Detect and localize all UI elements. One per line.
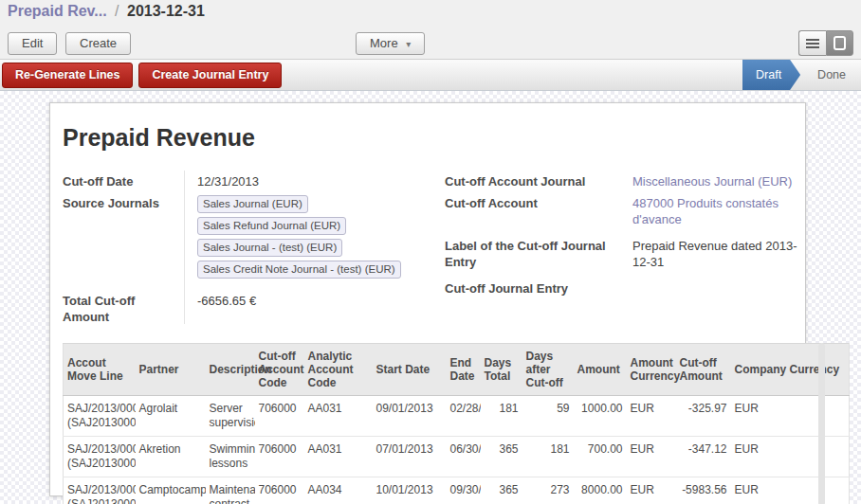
- cell-amount: 8000.00: [574, 477, 627, 504]
- table-body: SAJ/2013/0001 (SAJ20130001) Agrolait Ser…: [64, 396, 850, 504]
- cutoff-lines-table-zone: Accout Move Line Partner Description Cut…: [63, 343, 805, 504]
- cell-partner: Akretion: [136, 437, 206, 477]
- column-header: Amount Currency: [627, 344, 676, 396]
- total-cutoff-amount-value: -6656.65 €: [197, 290, 442, 328]
- source-journals-label: Source Journals: [63, 192, 184, 285]
- vertical-scrollbar[interactable]: [818, 343, 825, 504]
- cell-cutoff-account-code: 706000: [255, 396, 304, 437]
- column-header: Partner: [136, 344, 206, 396]
- create-button[interactable]: Create: [65, 32, 131, 55]
- table-row[interactable]: SAJ/2013/0003 (SAJ20130003) Akretion Swi…: [64, 437, 850, 477]
- source-journal-tags: Sales Journal (EUR) Sales Refund Journal…: [197, 195, 436, 282]
- cell-analytic-account-code: AA034: [304, 477, 373, 504]
- action-buttons: Re-Generate Lines Create Journal Entry: [0, 63, 287, 88]
- cell-description: Swimming lessons: [206, 437, 255, 477]
- more-button[interactable]: More ▾: [356, 32, 425, 55]
- status-bar: Re-Generate Lines Create Journal Entry D…: [0, 59, 861, 91]
- journal-tag: Sales Journal (EUR): [197, 195, 308, 213]
- top-bar: Prepaid Rev... / 2013-12-31 Edit Create …: [0, 0, 861, 59]
- cell-days-after-cutoff: 59: [522, 396, 574, 437]
- cell-description: Server supervision: [206, 396, 255, 437]
- source-journals-value: Sales Journal (EUR) Sales Refund Journal…: [197, 192, 442, 285]
- breadcrumb-parent-link[interactable]: Prepaid Rev...: [8, 3, 107, 19]
- form-left-column: Cut-off Date 12/31/2013 Source Journals …: [63, 171, 442, 328]
- cell-company-currency: EUR: [731, 477, 850, 504]
- action-button[interactable]: Create Journal Entry: [138, 63, 282, 88]
- journal-tag: Sales Refund Journal (EUR): [197, 217, 346, 235]
- form-view-button[interactable]: [826, 30, 853, 56]
- list-view-button[interactable]: [798, 30, 826, 56]
- cell-cutoff-amount: -5983.56: [676, 477, 731, 504]
- chevron-down-icon: ▾: [406, 39, 411, 49]
- journal-entry-label-label: Label of the Cut-off Journal Entry: [445, 235, 632, 273]
- cell-partner: Agrolait: [136, 396, 206, 437]
- cell-start-date: 09/01/2013: [373, 396, 447, 437]
- column-header: Start Date: [373, 344, 447, 396]
- cell-cutoff-amount: -347.12: [676, 437, 731, 477]
- edit-button[interactable]: Edit: [8, 32, 57, 55]
- cell-analytic-account-code: AA031: [304, 437, 373, 477]
- cell-days-total: 365: [481, 477, 522, 504]
- cell-end-date: 06/30/2014: [447, 437, 481, 477]
- journal-tag: Sales Credit Note Journal - (test) (EUR): [197, 261, 401, 279]
- column-header: Days Total: [481, 344, 522, 396]
- cutoff-account-journal-link[interactable]: Miscellaneous Journal (EUR): [632, 171, 797, 192]
- cell-company-currency: EUR: [731, 437, 850, 477]
- column-header: Amount: [574, 344, 627, 396]
- form-sheet: Prepaid Revenue Cut-off Date 12/31/2013 …: [49, 102, 806, 496]
- cell-move-line: SAJ/2013/0001 (SAJ20130001): [64, 396, 136, 437]
- cell-start-date: 10/01/2013: [373, 477, 447, 504]
- table-row[interactable]: SAJ/2013/0001 (SAJ20130001) Agrolait Ser…: [64, 396, 850, 437]
- cell-end-date: 09/30/2014: [447, 477, 481, 504]
- cell-days-total: 181: [481, 396, 522, 437]
- cutoff-journal-entry-label: Cut-off Journal Entry: [445, 278, 632, 299]
- breadcrumb-current: 2013-12-31: [127, 3, 205, 19]
- form-fields: Cut-off Date 12/31/2013 Source Journals …: [63, 171, 805, 328]
- cell-cutoff-account-code: 706000: [255, 477, 304, 504]
- form-icon: [834, 36, 846, 50]
- cutoff-date-value: 12/31/2013: [197, 171, 442, 192]
- cell-days-after-cutoff: 181: [522, 437, 574, 477]
- record-toolbar: Edit Create: [8, 32, 136, 55]
- cutoff-lines-table: Accout Move Line Partner Description Cut…: [63, 343, 850, 504]
- cell-analytic-account-code: AA031: [304, 396, 373, 437]
- journal-entry-label-value: Prepaid Revenue dated 2013-12-31: [632, 235, 797, 273]
- page-title: Prepaid Revenue: [63, 124, 805, 152]
- cell-days-after-cutoff: 273: [522, 477, 574, 504]
- cell-move-line: SAJ/2013/0003 (SAJ20130003): [64, 437, 136, 477]
- more-button-label: More: [370, 36, 398, 50]
- breadcrumb-separator: /: [111, 3, 122, 19]
- column-header: Analytic Account Code: [304, 344, 373, 396]
- cutoff-account-label: Cut-off Account: [445, 192, 632, 230]
- column-header: End Date: [447, 344, 481, 396]
- cell-amount-currency: EUR: [627, 437, 676, 477]
- cell-start-date: 07/01/2013: [373, 437, 447, 477]
- cell-company-currency: EUR: [731, 396, 850, 437]
- table-row[interactable]: SAJ/2013/0002 (SAJ20130002) Camptocamp M…: [64, 477, 850, 504]
- workflow-state: Draft: [742, 60, 800, 90]
- cutoff-date-label: Cut-off Date: [63, 171, 184, 192]
- action-button[interactable]: Re-Generate Lines: [2, 63, 133, 88]
- workflow-states: Draft Done: [742, 60, 861, 90]
- content-background: Prepaid Revenue Cut-off Date 12/31/2013 …: [0, 91, 861, 504]
- cell-days-total: 365: [481, 437, 522, 477]
- workflow-state: Done: [802, 60, 861, 90]
- column-header: Company Currency: [731, 344, 850, 396]
- column-header: Cut-off Amount: [676, 344, 731, 396]
- cell-amount: 700.00: [574, 437, 627, 477]
- column-header: Days after Cut-off: [522, 344, 574, 396]
- cell-amount-currency: EUR: [627, 477, 676, 504]
- cell-amount: 1000.00: [574, 396, 627, 437]
- cell-end-date: 02/28/2014: [447, 396, 481, 437]
- breadcrumb: Prepaid Rev... / 2013-12-31: [8, 3, 205, 20]
- form-right-column: Cut-off Account Journal Miscellaneous Jo…: [445, 171, 797, 328]
- column-header: Cut-off Account Code: [255, 344, 304, 396]
- column-header: Accout Move Line: [64, 344, 136, 396]
- more-menu: More ▾: [356, 32, 425, 55]
- cell-move-line: SAJ/2013/0002 (SAJ20130002): [64, 477, 136, 504]
- cutoff-account-link[interactable]: 487000 Produits constatés d'avance: [632, 192, 797, 230]
- list-icon: [806, 39, 819, 48]
- cell-amount-currency: EUR: [627, 396, 676, 437]
- cell-description: Maintenance contract: [206, 477, 255, 504]
- cell-cutoff-amount: -325.97: [676, 396, 731, 437]
